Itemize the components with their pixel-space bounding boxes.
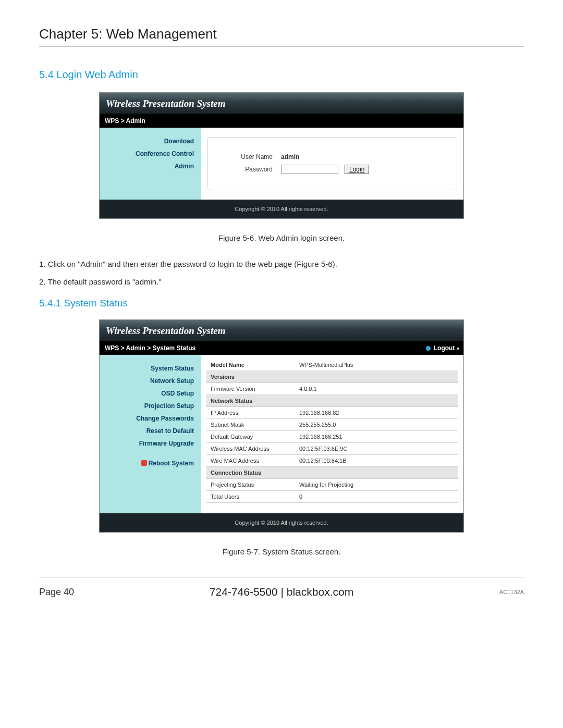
table-row: Wireless MAC Address00:12:5F:03:6E:9C: [206, 443, 458, 455]
username-value: admin: [281, 153, 299, 161]
sidebar-item-conference-control[interactable]: Conference Control: [100, 147, 194, 160]
sidebar-item-reset-to-default[interactable]: Reset to Default: [100, 425, 194, 437]
subsection-heading-5-4-1: 5.4.1 System Status: [39, 298, 524, 309]
status-label: Firmware Version: [206, 383, 295, 395]
table-row: Default Gateway192.168.168.251: [206, 431, 458, 443]
sidebar-item-admin[interactable]: Admin: [100, 160, 194, 172]
sidebar-item-system-status[interactable]: System Status: [100, 362, 194, 375]
instruction-1: 1. Click on "Admin" and then enter the p…: [39, 258, 524, 270]
status-label: Default Gateway: [206, 431, 295, 443]
figure-caption-5-6: Figure 5-6. Web Admin login screen.: [39, 233, 524, 242]
table-row: Projecting StatusWaiting for Projecting: [206, 479, 458, 491]
figure-caption-5-7: Figure 5-7. System Status screen.: [39, 547, 524, 556]
status-label: Projecting Status: [206, 479, 295, 491]
instruction-2: 2. The default password is "admin.": [39, 276, 524, 288]
logout-link[interactable]: Logout »: [426, 344, 458, 352]
status-value: 192.168.168.82: [295, 407, 458, 419]
status-label: IP Address: [206, 407, 295, 419]
status-value: 192.168.168.251: [295, 431, 458, 443]
username-label: User Name: [224, 153, 281, 161]
sidebar: System Status Network Setup OSD Setup Pr…: [100, 355, 201, 513]
status-label: Total Users: [206, 491, 295, 503]
chevron-right-icon: »: [456, 346, 458, 351]
app-title: Wireless Presentation System: [100, 320, 463, 341]
sidebar-item-download[interactable]: Download: [100, 135, 194, 147]
status-label: Wire MAC Address: [206, 455, 295, 467]
status-section-header: Versions: [206, 371, 458, 383]
status-value: WPS-MultimediaPlus: [295, 359, 458, 371]
section-heading-5-4: 5.4 Login Web Admin: [39, 69, 524, 81]
sidebar-item-osd-setup[interactable]: OSD Setup: [100, 387, 194, 400]
password-input[interactable]: [281, 165, 338, 174]
sidebar-item-network-setup[interactable]: Network Setup: [100, 375, 194, 387]
page-footer: Page 40 724-746-5500 | blackbox.com AC11…: [39, 577, 524, 598]
status-label: Wireless MAC Address: [206, 443, 295, 455]
status-value: 0: [295, 491, 458, 503]
breadcrumb: WPS > Admin > System Status: [105, 344, 195, 352]
login-box: User Name admin Password Login: [207, 137, 457, 190]
table-row: Subnet Mask255.255.255.0: [206, 419, 458, 431]
power-icon: [141, 460, 147, 466]
login-button[interactable]: Login: [345, 165, 369, 174]
status-value: Waiting for Projecting: [295, 479, 458, 491]
footer-separator: |: [278, 586, 287, 598]
status-table: Model NameWPS-MultimediaPlusVersionsFirm…: [206, 359, 458, 503]
breadcrumb: WPS > Admin: [105, 117, 145, 125]
table-row: Wire MAC Address00:12:5F:00:84:1B: [206, 455, 458, 467]
app-title: Wireless Presentation System: [100, 93, 463, 114]
sidebar-item-reboot-system[interactable]: Reboot System: [100, 457, 194, 470]
sidebar-item-label: Reboot System: [149, 460, 194, 467]
table-row: Firmware Version4.0.0.1: [206, 383, 458, 395]
sidebar-item-projection-setup[interactable]: Projection Setup: [100, 400, 194, 412]
status-value: 00:12:5F:03:6E:9C: [295, 443, 458, 455]
table-row: IP Address192.168.168.82: [206, 407, 458, 419]
sidebar-item-change-passwords[interactable]: Change Passwords: [100, 412, 194, 425]
logout-label: Logout: [434, 344, 455, 352]
chapter-title: Chapter 5: Web Management: [39, 26, 524, 47]
logout-icon: [426, 346, 431, 351]
status-value: 00:12:5F:00:84:1B: [295, 455, 458, 467]
status-value: 255.255.255.0: [295, 419, 458, 431]
sidebar: Download Conference Control Admin: [100, 128, 201, 200]
footer-phone: 724-746-5500: [210, 586, 278, 598]
password-label: Password: [224, 166, 281, 173]
table-row: Total Users0: [206, 491, 458, 503]
login-screenshot: Wireless Presentation System WPS > Admin…: [99, 92, 464, 219]
footer-site: blackbox.com: [287, 586, 353, 598]
copyright-footer: Copyright © 2010 All rights reserved.: [100, 200, 463, 218]
page-number: Page 40: [39, 587, 143, 598]
status-label: Model Name: [206, 359, 295, 371]
system-status-screenshot: Wireless Presentation System WPS > Admin…: [99, 319, 464, 533]
status-section-header: Network Status: [206, 395, 458, 407]
copyright-footer: Copyright © 2010 All rights reserved.: [100, 513, 463, 532]
status-value: 4.0.0.1: [295, 383, 458, 395]
sidebar-item-firmware-upgrade[interactable]: Firmware Upgrade: [100, 437, 194, 450]
footer-model: AC1132A: [420, 589, 524, 595]
status-label: Subnet Mask: [206, 419, 295, 431]
table-row: Model NameWPS-MultimediaPlus: [206, 359, 458, 371]
status-section-header: Connection Status: [206, 467, 458, 479]
